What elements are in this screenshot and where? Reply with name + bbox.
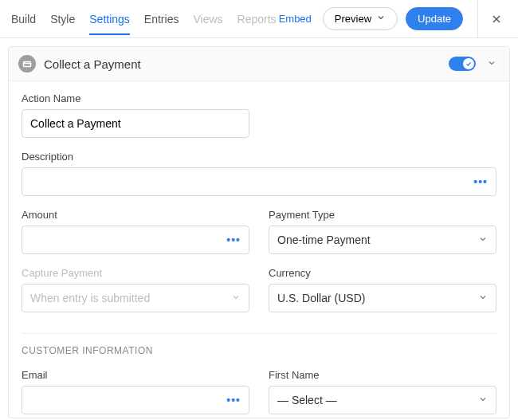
description-label: Description [22,151,496,163]
chevron-down-icon [478,394,488,406]
first-name-value: — Select — [277,394,337,406]
payment-type-select[interactable]: One-time Payment [269,226,496,254]
tab-reports[interactable]: Reports [237,3,277,35]
amount-label: Amount [22,209,249,221]
first-name-label: First Name [269,369,496,381]
currency-value: U.S. Dollar (USD) [277,292,365,304]
chevron-down-icon [478,292,488,304]
payment-icon [18,55,36,73]
capture-payment-value: When entry is submitted [30,292,150,304]
preview-button[interactable]: Preview [323,7,398,30]
chevron-down-icon [478,234,488,246]
capture-payment-label: Capture Payment [22,267,249,279]
tab-build[interactable]: Build [11,3,36,35]
email-input[interactable] [30,394,222,406]
divider [22,333,496,334]
currency-select[interactable]: U.S. Dollar (USD) [269,284,496,312]
action-name-input[interactable] [30,117,241,130]
first-name-select[interactable]: — Select — [269,386,496,414]
field-payment-type: Payment Type One-time Payment [269,209,496,254]
panel-header: Collect a Payment [9,47,509,81]
email-input-wrap: ••• [22,386,249,414]
chevron-down-icon [231,292,241,304]
field-amount: Amount ••• [22,209,249,254]
description-input[interactable] [30,175,469,188]
email-merge-icon[interactable]: ••• [222,394,241,406]
amount-input[interactable] [30,234,222,246]
email-label: Email [22,369,249,381]
chevron-down-icon [376,13,386,25]
panel-title: Collect a Payment [44,57,441,71]
close-icon[interactable] [477,0,507,38]
field-first-name: First Name — Select — [269,369,496,414]
capture-payment-select: When entry is submitted [22,284,249,312]
svg-rect-2 [24,62,31,67]
action-name-label: Action Name [22,92,249,104]
embed-link[interactable]: Embed [279,13,312,25]
payment-type-label: Payment Type [269,209,496,221]
enable-toggle[interactable] [449,57,476,71]
action-name-input-wrap [22,109,249,138]
field-action-name: Action Name [22,92,249,138]
toggle-knob [463,58,474,69]
description-merge-icon[interactable]: ••• [469,175,488,188]
top-bar: Build Style Settings Entries Views Repor… [0,0,518,38]
description-input-wrap: ••• [22,167,496,196]
field-capture-payment: Capture Payment When entry is submitted [22,267,249,312]
update-button[interactable]: Update [406,7,463,30]
tab-style[interactable]: Style [50,3,75,35]
settings-panel: Collect a Payment Action Name Descriptio… [8,46,510,418]
field-currency: Currency U.S. Dollar (USD) [269,267,496,312]
amount-input-wrap: ••• [22,226,249,254]
preview-label: Preview [335,13,371,25]
tab-settings[interactable]: Settings [89,3,130,35]
tab-entries[interactable]: Entries [144,3,179,35]
customer-section-title: CUSTOMER INFORMATION [22,345,496,356]
tab-views[interactable]: Views [193,3,222,35]
amount-merge-icon[interactable]: ••• [222,234,241,246]
field-description: Description ••• [22,151,496,196]
currency-label: Currency [269,267,496,279]
field-email: Email ••• [22,369,249,414]
collapse-icon[interactable] [484,56,500,72]
payment-type-value: One-time Payment [277,234,371,246]
panel-body: Action Name Description ••• Amount ••• P… [9,81,509,418]
tabs: Build Style Settings Entries Views Repor… [11,3,277,35]
